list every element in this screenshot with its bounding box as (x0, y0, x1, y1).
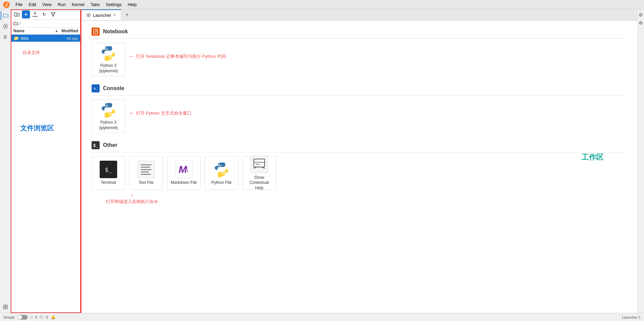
right-panel-icon2[interactable]: ⚙ (639, 20, 643, 26)
card-textfile[interactable]: Text File (129, 156, 163, 190)
file-browser-border (11, 9, 81, 313)
svg-rect-10 (3, 307, 5, 309)
python3-console-label: Python 3 (ipykernel) (95, 120, 122, 130)
svg-marker-15 (56, 30, 58, 32)
upload-btn[interactable] (31, 10, 39, 18)
pythonfile-label: Python File (211, 180, 232, 186)
file-col-header: Name Modified (11, 28, 81, 35)
svg-rect-19 (254, 159, 265, 167)
svg-point-3 (5, 26, 6, 27)
sidebar-icon-toc[interactable] (1, 32, 10, 42)
notebook-icon (92, 28, 100, 36)
section-console: >_ Console (92, 84, 627, 133)
console-section-icon: >_ (92, 84, 100, 92)
card-python3-notebook[interactable]: Python 3 (ipykernel) (92, 43, 125, 76)
tab-close-launcher[interactable]: ✕ (113, 13, 116, 17)
notebook-section-icon (92, 28, 100, 36)
other-section-title: Other (103, 142, 117, 148)
section-other: $_ Other $_ (92, 141, 627, 190)
menu-file[interactable]: File (13, 1, 25, 8)
tab-launcher[interactable]: Launcher ✕ (81, 9, 121, 20)
notebook-cards: Python 3 (ipykernel) ← 打开 Notebook 记事本编写… (92, 43, 627, 76)
launcher-content: 工作区 (81, 21, 637, 313)
content-area: 扩展 上传文件 + (0, 9, 644, 313)
markdown-label: Markdown File (171, 180, 197, 186)
textfile-label: Text File (139, 180, 154, 186)
python-notebook-icon (100, 45, 117, 61)
annotation-console-arrow: ← 打开 Python 交互式命令窗口 (129, 110, 192, 117)
statusbar-left: Simple □ 0 ⬡ 0 🔔 (3, 315, 56, 320)
menu-tabs[interactable]: Tabs (88, 1, 102, 8)
tab-bar: Launcher ✕ + (81, 9, 637, 21)
menu-run[interactable]: Run (55, 1, 68, 8)
col-modified: Modified (58, 29, 78, 33)
pythonfile-card-icon (213, 161, 230, 178)
terminal-label: Terminal (101, 180, 116, 186)
file-row-data[interactable]: 📁 data 8d ago (11, 35, 81, 42)
launcher-tab-icon (86, 13, 91, 17)
filter-btn[interactable] (49, 10, 57, 18)
simple-mode-toggle[interactable] (18, 315, 28, 320)
svg-rect-9 (6, 305, 7, 307)
menu-kernel[interactable]: Kernel (69, 1, 87, 8)
kernels-count: 0 (46, 315, 48, 319)
file-path-header: / (11, 20, 81, 28)
notifications-icon[interactable]: 🔔 (51, 315, 56, 319)
card-python3-console[interactable]: Python 3 (ipykernel) (92, 99, 125, 133)
other-icon: $_ (92, 141, 100, 149)
sidebar-icon-filebrowser[interactable] (1, 11, 10, 20)
tab-add-btn[interactable]: + (121, 9, 133, 20)
new-folder-btn[interactable] (13, 10, 21, 18)
console-cards: Python 3 (ipykernel) ← 打开 Python 交互式命令窗口 (92, 99, 627, 133)
terminal-card-icon: $_ (100, 161, 117, 178)
kernels-icon: ⬡ (40, 315, 43, 319)
console-section-title: Console (103, 85, 124, 91)
markdown-card-icon: M ↓ (175, 161, 193, 178)
menu-settings[interactable]: Settings (103, 1, 124, 8)
annotation-filebrowser-label: 文件浏览区 (20, 124, 54, 133)
console-section-header: >_ Console (92, 84, 627, 95)
notebook-section-title: Notebook (103, 29, 128, 35)
python3-nb-label: Python 3 (ipykernel) (95, 63, 122, 74)
sidebar-icon-extensions[interactable] (1, 302, 10, 312)
card-contextual-help[interactable]: Show Contextual Help (242, 156, 276, 190)
toggle-knob (18, 315, 22, 319)
current-path: / (20, 21, 21, 26)
app-logo: J (3, 1, 10, 8)
new-file-btn[interactable]: + (22, 10, 30, 18)
annotation-notebook-arrow: ← 打开 Notebook 记事本编写与执行 Python 代码 (129, 53, 226, 60)
file-panel-toolbar: + ↻ (11, 9, 81, 20)
menu-help[interactable]: Help (125, 1, 139, 8)
svg-rect-11 (6, 307, 7, 309)
textfile-card-icon (137, 161, 155, 178)
terminals-icon: □ (30, 315, 33, 319)
help-label: Show Contextual Help (245, 175, 273, 191)
help-card-icon (250, 156, 268, 173)
tab-launcher-label: Launcher (93, 13, 111, 18)
mode-label: Simple (3, 315, 15, 319)
card-pythonfile[interactable]: Python File (205, 156, 238, 190)
annotation-terminal-arrow: ↑ 打开终端进入实例执行命令 (106, 193, 158, 205)
card-terminal[interactable]: $_ Terminal (92, 156, 125, 190)
refresh-btn[interactable]: ↻ (40, 10, 48, 18)
other-section-header: $_ Other (92, 141, 627, 152)
card-markdown[interactable]: M ↓ Markdown File (167, 156, 201, 190)
annotation-dir-label: 目录文件 (23, 50, 40, 56)
menu-view[interactable]: View (39, 1, 54, 8)
statusbar: Simple □ 0 ⬡ 0 🔔 Launcher 1 (0, 313, 644, 321)
notebook-section-header: Notebook (92, 28, 627, 39)
workspace: Launcher ✕ + 工作区 (81, 9, 637, 313)
section-notebook: Notebook (92, 28, 627, 76)
sidebar-icon-running[interactable] (1, 22, 10, 31)
folder-icon: 📁 (13, 36, 19, 41)
settings-icon[interactable]: ⚙ (639, 12, 643, 17)
app-layout: 扩展 上传文件 + (0, 9, 644, 321)
svg-text:J: J (5, 2, 8, 7)
file-name-data: data (21, 36, 58, 41)
right-settings-panel: ⚙ ⚙ (637, 9, 644, 313)
file-mod-data: 8d ago (58, 36, 78, 40)
svg-rect-8 (3, 305, 5, 307)
statusbar-right: Launcher 1 (622, 315, 641, 319)
menu-edit[interactable]: Edit (26, 1, 39, 8)
other-section-icon: $_ (92, 141, 100, 149)
